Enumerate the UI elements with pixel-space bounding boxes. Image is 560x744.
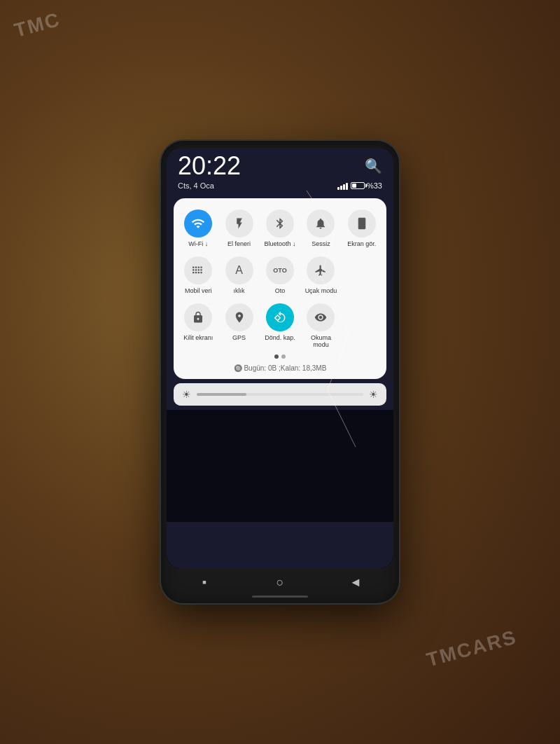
- homescreen-area: [167, 410, 393, 522]
- battery-icon: [351, 182, 365, 189]
- mobile-data-icon-wrap: [184, 256, 212, 284]
- gps-label: GPS: [232, 334, 246, 342]
- qs-row-3: Kilit ekranı GPS: [179, 301, 381, 352]
- gps-icon-wrap: [225, 303, 253, 331]
- battery-indicator: %33: [351, 181, 382, 190]
- flashlight-icon: [233, 217, 246, 230]
- wifi-icon: [191, 216, 205, 230]
- page-indicator: [179, 354, 381, 359]
- lock-icon: [192, 311, 204, 324]
- phone-screen: 20:22 🔍 Cts, 4 Oca %3: [167, 148, 393, 568]
- qs-lock-screen[interactable]: Kilit ekranı: [179, 301, 217, 352]
- lock-screen-icon-wrap: [184, 303, 212, 331]
- reading-mode-icon-wrap: [307, 303, 335, 331]
- airplane-icon-wrap: [307, 256, 335, 284]
- qs-brightness[interactable]: A ıklık: [220, 254, 258, 298]
- brightness-qs-icon-wrap: A: [225, 256, 253, 284]
- brightness-low-icon: ☀: [182, 389, 191, 400]
- bottom-nav: ▪ ○ ◄: [167, 568, 393, 596]
- rotation-label: Dönd. kap.: [265, 334, 295, 342]
- qs-bluetooth[interactable]: Bluetooth ↓: [261, 207, 299, 251]
- data-today: 🔘 Bugün: 0B ;Kalan: 18,3MB: [234, 364, 327, 372]
- recent-apps-button[interactable]: ▪: [192, 570, 217, 595]
- qs-row-2: Mobil veri A ıklık OTO Oto: [179, 254, 381, 298]
- qs-silent[interactable]: Sessiz: [302, 207, 340, 251]
- quick-settings-panel: Wi-Fi ↓ El feneri: [174, 198, 386, 379]
- search-icon[interactable]: 🔍: [365, 158, 382, 174]
- qs-airplane[interactable]: Uçak modu: [302, 254, 340, 298]
- brightness-high-icon: ☀: [369, 389, 378, 400]
- phone-device: 20:22 🔍 Cts, 4 Oca %3: [161, 141, 399, 603]
- signal-bars-icon: [337, 181, 348, 190]
- data-usage-row: 🔘 Bugün: 0B ;Kalan: 18,3MB: [179, 361, 381, 372]
- qs-screenshot[interactable]: Ekran gör.: [343, 207, 381, 251]
- eye-icon: [314, 311, 327, 324]
- bluetooth-icon: [274, 217, 286, 230]
- qs-gps[interactable]: GPS: [220, 301, 258, 352]
- qs-auto[interactable]: OTO Oto: [261, 254, 299, 298]
- qs-rotation[interactable]: Dönd. kap.: [261, 301, 299, 352]
- qs-flashlight[interactable]: El feneri: [220, 207, 258, 251]
- qs-empty: [343, 254, 381, 298]
- brightness-qs-label: ıklık: [234, 287, 245, 295]
- qs-mobile-data[interactable]: Mobil veri: [179, 254, 217, 298]
- lock-screen-label: Kilit ekranı: [183, 334, 213, 342]
- rotation-icon: [274, 311, 286, 324]
- battery-percent: %33: [367, 181, 382, 190]
- location-icon: [233, 311, 246, 324]
- brightness-track[interactable]: [197, 393, 363, 396]
- home-bar: [252, 595, 308, 598]
- silent-label: Sessiz: [312, 240, 330, 248]
- auto-icon: OTO: [273, 267, 286, 274]
- mobile-data-icon: [192, 264, 204, 277]
- screenshot-label: Ekran gör.: [347, 240, 376, 248]
- auto-label: Oto: [275, 287, 286, 295]
- qs-empty-2: [343, 301, 381, 352]
- airplane-label: Uçak modu: [305, 287, 337, 295]
- date-label: Cts, 4 Oca: [178, 181, 214, 190]
- date-signal-row: Cts, 4 Oca %33: [167, 181, 393, 195]
- bluetooth-label: Bluetooth ↓: [264, 240, 295, 248]
- time-display: 20:22: [178, 153, 241, 179]
- mobile-data-label: Mobil veri: [185, 287, 212, 295]
- bell-icon: [314, 217, 327, 230]
- screenshot-icon: [356, 217, 368, 230]
- screen-content: 20:22 🔍 Cts, 4 Oca %3: [167, 148, 393, 568]
- silent-icon-wrap: [307, 209, 335, 237]
- status-bar: 20:22 🔍: [167, 148, 393, 181]
- back-button[interactable]: ◄: [343, 570, 368, 595]
- wifi-icon-wrap: [184, 209, 212, 237]
- brightness-qs-icon: A: [235, 264, 243, 277]
- reading-mode-label: Okuma modu: [303, 334, 338, 350]
- signal-area: %33: [337, 181, 382, 190]
- page-dot-2: [281, 354, 286, 359]
- airplane-icon: [314, 264, 327, 277]
- bluetooth-icon-wrap: [266, 209, 294, 237]
- flashlight-icon-wrap: [225, 209, 253, 237]
- home-button[interactable]: ○: [267, 570, 293, 595]
- page-dot-1: [274, 354, 279, 359]
- rotation-icon-wrap: [266, 303, 294, 331]
- qs-reading-mode[interactable]: Okuma modu: [302, 301, 340, 352]
- flashlight-label: El feneri: [227, 240, 251, 248]
- qs-wifi[interactable]: Wi-Fi ↓: [179, 207, 217, 251]
- auto-icon-wrap: OTO: [266, 256, 294, 284]
- qs-row-1: Wi-Fi ↓ El feneri: [179, 207, 381, 251]
- wifi-label: Wi-Fi ↓: [188, 240, 208, 248]
- brightness-bar[interactable]: ☀ ☀: [174, 383, 386, 406]
- brightness-fill: [197, 393, 246, 396]
- screenshot-icon-wrap: [348, 209, 376, 237]
